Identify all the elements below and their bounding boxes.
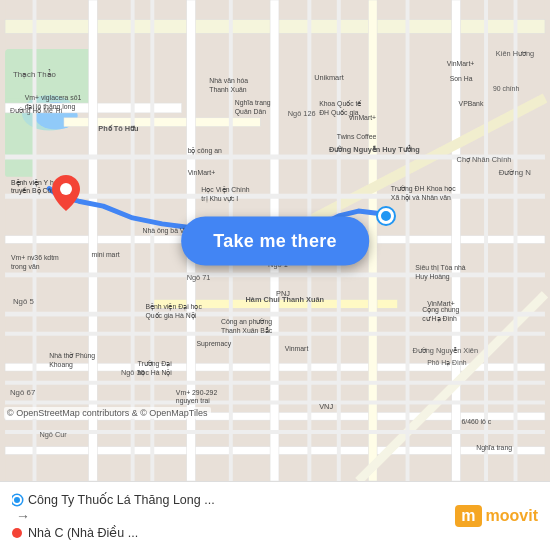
svg-text:Thạch Thảo: Thạch Thảo bbox=[13, 69, 57, 79]
app-container: Thạch Thảo Đường Hồ Mê Tri Phố Tô Hữu Vm… bbox=[0, 0, 550, 550]
svg-text:trị Khu vực I: trị Khu vực I bbox=[201, 195, 238, 203]
route-to: Nhà C (Nhà Điều ... bbox=[12, 525, 447, 540]
svg-text:Supremacy: Supremacy bbox=[196, 340, 231, 348]
svg-text:Phố Tô Hữu: Phố Tô Hữu bbox=[98, 124, 139, 133]
svg-text:Học Viện Chính: Học Viện Chính bbox=[201, 186, 249, 194]
moovit-m-letter: m bbox=[455, 505, 481, 527]
take-me-there-button[interactable]: Take me there bbox=[181, 216, 369, 265]
svg-text:VinMart+: VinMart+ bbox=[427, 300, 455, 307]
svg-text:Trường ĐH Khoa học: Trường ĐH Khoa học bbox=[391, 185, 456, 193]
svg-text:Twins Coffee: Twins Coffee bbox=[337, 133, 377, 140]
svg-text:Chợ Nhân Chính: Chợ Nhân Chính bbox=[457, 155, 512, 164]
svg-text:VPBank: VPBank bbox=[459, 100, 484, 107]
svg-text:90 chính: 90 chính bbox=[493, 85, 520, 92]
svg-text:Vm+ 290-292: Vm+ 290-292 bbox=[176, 389, 218, 396]
svg-text:Ngô 5: Ngô 5 bbox=[13, 297, 35, 306]
svg-text:Ngô 71: Ngô 71 bbox=[187, 273, 211, 282]
svg-text:Ngô 126: Ngô 126 bbox=[288, 109, 316, 118]
svg-text:Trường Đại: Trường Đại bbox=[138, 360, 173, 368]
svg-text:Quốc gia Hà Nội: Quốc gia Hà Nội bbox=[145, 312, 196, 320]
svg-text:trong văn: trong văn bbox=[11, 263, 40, 271]
moovit-logo: m moovit bbox=[455, 505, 538, 527]
svg-text:bộ công an: bộ công an bbox=[188, 147, 222, 155]
copyright-text: © OpenStreetMap contributors & © OpenMap… bbox=[4, 407, 211, 419]
svg-text:Bệnh viện Đại học: Bệnh viện Đại học bbox=[145, 303, 202, 311]
svg-text:Nhà văn hóa: Nhà văn hóa bbox=[209, 77, 248, 84]
svg-text:VinMart+: VinMart+ bbox=[447, 60, 475, 67]
svg-text:Khoa Quốc tế: Khoa Quốc tế bbox=[319, 100, 362, 108]
svg-text:Thanh Xuân Bắc: Thanh Xuân Bắc bbox=[221, 327, 273, 334]
svg-text:Phô Hạ Đình: Phô Hạ Đình bbox=[427, 359, 467, 367]
svg-rect-17 bbox=[452, 0, 461, 481]
svg-text:Kiên Hương: Kiên Hương bbox=[496, 49, 534, 58]
from-label: Công Ty Thuốc Lá Thăng Long ... bbox=[28, 492, 215, 507]
svg-text:VinMart+: VinMart+ bbox=[188, 169, 216, 176]
origin-dot bbox=[12, 495, 22, 505]
bottom-bar: Công Ty Thuốc Lá Thăng Long ... → Nhà C … bbox=[0, 481, 550, 550]
svg-text:Thanh Xuân: Thanh Xuân bbox=[209, 86, 247, 93]
svg-point-105 bbox=[60, 183, 72, 195]
svg-text:Đường N: Đường N bbox=[499, 168, 532, 177]
svg-text:6/460 lô c: 6/460 lô c bbox=[462, 418, 492, 425]
svg-text:Nhà thờ Phùng: Nhà thờ Phùng bbox=[49, 352, 95, 360]
svg-rect-16 bbox=[368, 0, 377, 481]
map-container: Thạch Thảo Đường Hồ Mê Tri Phố Tô Hữu Vm… bbox=[0, 0, 550, 481]
svg-text:Xã hội và Nhân văn: Xã hội và Nhân văn bbox=[391, 194, 451, 202]
svg-text:nguyen trai: nguyen trai bbox=[176, 397, 210, 405]
destination-marker bbox=[52, 175, 80, 215]
svg-text:Đường Nguyễn Huy Tưởng: Đường Nguyễn Huy Tưởng bbox=[329, 144, 420, 154]
svg-text:Nghĩa trang: Nghĩa trang bbox=[476, 444, 512, 452]
svg-text:Son Ha: Son Ha bbox=[450, 75, 473, 82]
route-info: Công Ty Thuốc Lá Thăng Long ... → Nhà C … bbox=[12, 492, 447, 540]
svg-text:Vm+ nv36 kdtm: Vm+ nv36 kdtm bbox=[11, 254, 59, 261]
route-from: Công Ty Thuốc Lá Thăng Long ... bbox=[12, 492, 447, 507]
svg-text:Huy Hoàng: Huy Hoàng bbox=[415, 273, 450, 281]
moovit-brand-text: moovit bbox=[486, 507, 538, 525]
svg-text:Siêu thị Tòa nhà: Siêu thị Tòa nhà bbox=[415, 264, 465, 272]
svg-text:Khoang: Khoang bbox=[49, 361, 73, 369]
svg-text:mini mart: mini mart bbox=[91, 251, 119, 258]
svg-text:Cộng chung: Cộng chung bbox=[422, 306, 459, 314]
svg-text:Hàm Chui Thanh Xuân: Hàm Chui Thanh Xuân bbox=[246, 295, 325, 304]
svg-text:Vm+ viglacera sô1: Vm+ viglacera sô1 bbox=[25, 94, 82, 102]
route-direction-arrow: → bbox=[12, 508, 447, 524]
svg-text:Đường Nguyễn Xiên: Đường Nguyễn Xiên bbox=[412, 346, 478, 355]
svg-text:VNJ: VNJ bbox=[319, 402, 333, 411]
svg-text:học Hà Nội: học Hà Nội bbox=[138, 369, 173, 377]
svg-text:Ngô Cur: Ngô Cur bbox=[39, 430, 67, 439]
svg-text:Công an phường: Công an phường bbox=[221, 318, 272, 326]
svg-text:Vinmart: Vinmart bbox=[285, 345, 309, 352]
svg-text:Unikmart: Unikmart bbox=[314, 73, 343, 82]
svg-text:đại lô thăng long: đại lô thăng long bbox=[25, 103, 76, 111]
to-label: Nhà C (Nhà Điều ... bbox=[28, 525, 138, 540]
svg-text:Quân Dân: Quân Dân bbox=[235, 108, 266, 116]
destination-dot bbox=[12, 528, 22, 538]
origin-marker bbox=[378, 208, 394, 224]
svg-text:VinMart+: VinMart+ bbox=[349, 114, 377, 121]
svg-text:Ngô 67: Ngô 67 bbox=[10, 388, 35, 397]
svg-text:Nghĩa trang: Nghĩa trang bbox=[235, 99, 271, 107]
svg-text:cư Hạ Đình: cư Hạ Đình bbox=[422, 315, 457, 323]
